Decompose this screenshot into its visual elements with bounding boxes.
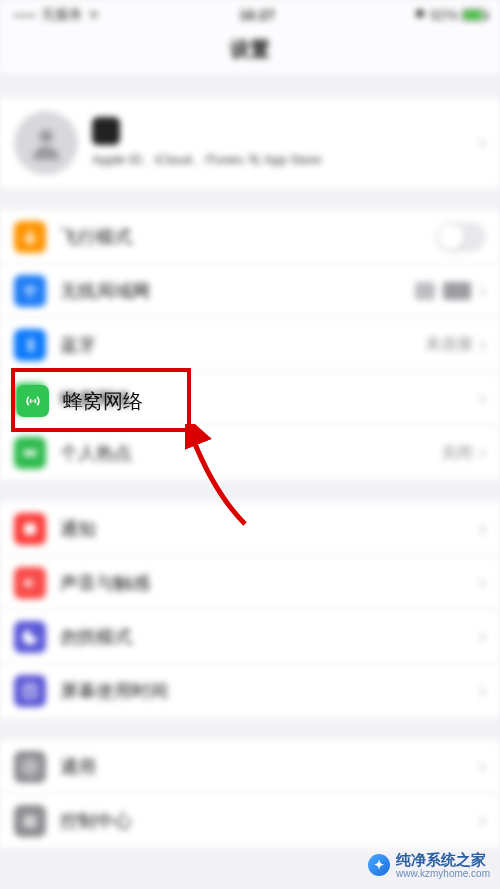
wifi-row[interactable]: 无线局域网 › — [0, 264, 500, 318]
wifi-icon — [87, 7, 101, 24]
hotspot-icon — [14, 437, 46, 469]
profile-app-icon — [92, 117, 120, 145]
page-title: 设置 — [0, 26, 500, 76]
airplane-label: 飞行模式 — [60, 225, 436, 249]
status-time: 16:27 — [239, 7, 275, 23]
screentime-row[interactable]: 屏幕使用时间 › — [0, 664, 500, 718]
chevron-icon: › — [479, 332, 486, 358]
bluetooth-row[interactable]: 蓝牙 未连接 › — [0, 318, 500, 372]
notifications-label: 通知 — [60, 517, 479, 541]
battery-icon — [462, 9, 486, 21]
hotspot-label: 个人热点 — [60, 441, 441, 465]
control-center-icon — [14, 805, 46, 837]
profile-group: Apple ID、iCloud、iTunes 与 App Store › — [0, 98, 500, 188]
control-center-label: 控制中心 — [60, 809, 479, 833]
svg-point-0 — [39, 130, 52, 143]
sounds-row[interactable]: 声音与触感 › — [0, 556, 500, 610]
svg-rect-5 — [27, 688, 34, 690]
general-label: 通用 — [60, 755, 479, 779]
dnd-icon — [14, 621, 46, 653]
screentime-icon — [14, 675, 46, 707]
bluetooth-label: 蓝牙 — [60, 333, 425, 357]
watermark-text: 纯净系统之家 — [396, 852, 490, 869]
chevron-icon: › — [479, 808, 486, 834]
profile-subtitle: Apple ID、iCloud、iTunes 与 App Store — [92, 151, 465, 169]
svg-point-2 — [30, 450, 37, 457]
svg-point-1 — [23, 450, 30, 457]
wifi-value-box — [415, 282, 435, 300]
cellular-icon — [17, 385, 49, 417]
apple-id-row[interactable]: Apple ID、iCloud、iTunes 与 App Store › — [0, 98, 500, 188]
chevron-icon: › — [479, 624, 486, 650]
bluetooth-icon — [14, 329, 46, 361]
cellular-row[interactable]: 蜂窝网络 — [11, 372, 191, 430]
svg-rect-3 — [24, 523, 36, 535]
hotspot-row[interactable]: 个人热点 关闭 › — [0, 426, 500, 480]
control-center-row[interactable]: 控制中心 › — [0, 794, 500, 848]
chevron-icon: › — [479, 440, 486, 466]
general-row[interactable]: 通用 › — [0, 740, 500, 794]
screentime-label: 屏幕使用时间 — [60, 679, 479, 703]
watermark-logo: ✦ — [368, 854, 390, 876]
wifi-signal-box — [443, 282, 471, 300]
chevron-icon: › — [479, 278, 486, 304]
connectivity-group: 飞行模式 无线局域网 › 蓝牙 未连接 › 蜂窝网络 › — [0, 210, 500, 480]
svg-point-7 — [28, 764, 33, 769]
svg-rect-6 — [27, 691, 34, 693]
general-icon — [14, 751, 46, 783]
battery-pct: 92% — [430, 7, 458, 23]
sounds-label: 声音与触感 — [60, 571, 479, 595]
wifi-row-icon — [14, 275, 46, 307]
notifications-row[interactable]: 通知 › — [0, 502, 500, 556]
airplane-toggle[interactable] — [436, 222, 486, 252]
status-right: 92% — [414, 7, 486, 23]
wifi-label: 无线局域网 — [60, 279, 415, 303]
alarm-icon — [414, 7, 426, 23]
bluetooth-value: 未连接 — [425, 334, 473, 355]
carrier-text: 无服务 — [41, 6, 83, 24]
chevron-icon: › — [479, 678, 486, 704]
svg-rect-10 — [23, 824, 36, 827]
watermark-url: www.kzmyhome.com — [396, 868, 490, 879]
cellular-label: 蜂窝网络 — [63, 388, 191, 415]
notifications-icon — [14, 513, 46, 545]
svg-rect-8 — [23, 816, 36, 819]
airplane-icon — [14, 221, 46, 253]
status-left: ••••• 无服务 — [14, 6, 101, 24]
signal-dots: ••••• — [14, 10, 37, 21]
avatar — [14, 111, 78, 175]
svg-rect-9 — [23, 820, 36, 823]
chevron-icon: › — [479, 516, 486, 542]
dnd-row[interactable]: 勿扰模式 › — [0, 610, 500, 664]
dnd-label: 勿扰模式 — [60, 625, 479, 649]
notifications-group: 通知 › 声音与触感 › 勿扰模式 › 屏幕使用时间 › — [0, 502, 500, 718]
chevron-icon: › — [479, 754, 486, 780]
airplane-row[interactable]: 飞行模式 — [0, 210, 500, 264]
general-group: 通用 › 控制中心 › — [0, 740, 500, 848]
chevron-icon: › — [479, 570, 486, 596]
sounds-icon — [14, 567, 46, 599]
chevron-icon: › — [479, 130, 486, 156]
status-bar: ••••• 无服务 16:27 92% — [0, 0, 500, 26]
watermark: ✦ 纯净系统之家 www.kzmyhome.com — [368, 852, 490, 880]
chevron-icon: › — [479, 386, 486, 412]
hotspot-value: 关闭 — [441, 443, 473, 464]
